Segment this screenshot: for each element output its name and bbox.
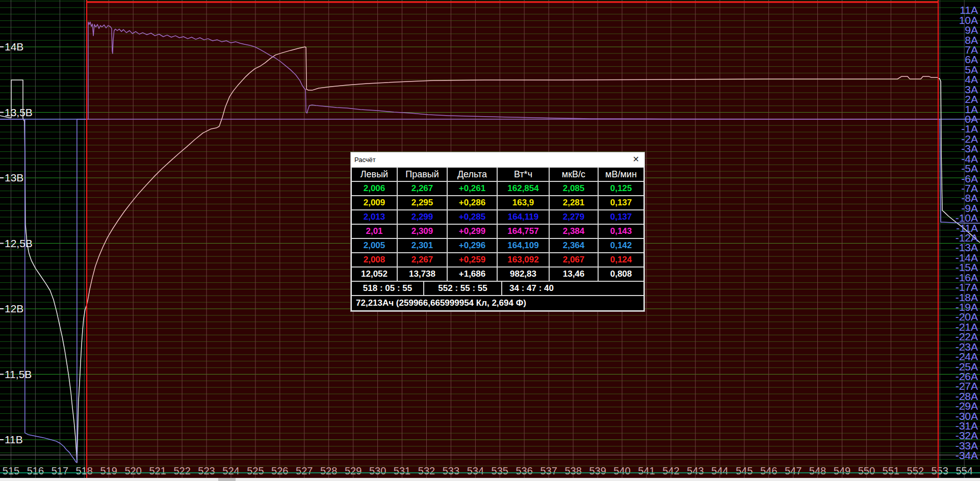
calc-dialog: Расчёт ✕ ЛевыйПравыйДельтаВт*чмкВ/смВ/ми… (350, 152, 645, 312)
table-cell: 2,085 (550, 182, 599, 195)
svg-text:517: 517 (51, 465, 68, 476)
table-cell: 34 : 47 : 40 (502, 282, 643, 295)
svg-text:12,5В: 12,5В (5, 237, 33, 249)
table-cell: 12,052 (352, 268, 398, 281)
table-cell: 0,143 (599, 225, 643, 238)
voltage-axis-labels: 14В13,5В13В12,5В12В11,5В11В (0, 41, 33, 445)
measurement-row: 2,0052,301+0,296164,1092,3640,142 (352, 239, 643, 253)
table-cell: 0,808 (599, 268, 643, 281)
table-cell: 2,009 (352, 196, 398, 209)
svg-text:516: 516 (27, 465, 44, 476)
scrollbar-thumb[interactable] (218, 478, 236, 481)
table-cell: 2,384 (550, 225, 599, 238)
table-cell: 0,124 (599, 253, 643, 266)
table-cell: мкВ/с (550, 168, 599, 181)
table-cell: 2,008 (352, 253, 398, 266)
measurement-row: 2,0092,295+0,286163,92,2810,137 (352, 196, 643, 210)
horizontal-scrollbar[interactable] (0, 478, 980, 481)
table-cell: 13,46 (550, 268, 599, 281)
table-cell: мВ/мин (599, 168, 643, 181)
table-cell: 0,142 (599, 239, 643, 252)
table-cell: +1,686 (448, 268, 498, 281)
table-cell: 13,738 (398, 268, 448, 281)
close-icon[interactable]: ✕ (633, 155, 639, 164)
table-cell: 164,119 (498, 210, 550, 224)
table-cell: Дельта (448, 168, 498, 181)
table-cell: 2,267 (398, 182, 448, 195)
table-cell: 162,854 (498, 182, 550, 195)
svg-text:11В: 11В (5, 434, 23, 445)
svg-text:-34A: -34A (956, 449, 978, 461)
table-cell: 163,9 (498, 196, 550, 209)
table-cell: 2,067 (550, 253, 599, 266)
time-row: 518 : 05 : 55552 : 55 : 5534 : 47 : 40 (352, 282, 643, 296)
table-cell: +0,285 (448, 210, 498, 224)
svg-text:11,5В: 11,5В (5, 368, 32, 380)
table-cell: Вт*ч (498, 168, 550, 181)
table-cell: 164,109 (498, 239, 550, 252)
table-cell: 2,005 (352, 239, 398, 252)
dialog-title: Расчёт (354, 156, 376, 164)
table-cell: 2,295 (398, 196, 448, 209)
svg-text:13В: 13В (5, 172, 23, 183)
table-cell: 2,267 (398, 253, 448, 266)
dialog-title-bar[interactable]: Расчёт ✕ (351, 152, 644, 167)
table-cell: +0,299 (448, 225, 498, 238)
table-cell: 982,83 (498, 268, 550, 281)
table-cell: +0,286 (448, 196, 498, 209)
table-cell: 0,137 (599, 210, 643, 224)
measurement-row: 2,0132,299+0,285164,1192,2790,137 (352, 210, 643, 225)
table-cell: 2,01 (352, 225, 398, 238)
table-cell: 2,013 (352, 210, 398, 224)
svg-text:13,5В: 13,5В (5, 106, 33, 118)
table-cell: 0,137 (599, 196, 643, 209)
summary-row: 72,213Ач (259966,665999954 Кл, 2,694 Ф) (352, 296, 643, 310)
svg-text:12В: 12В (5, 303, 23, 314)
table-cell: Левый (352, 168, 398, 181)
svg-text:554: 554 (956, 465, 973, 476)
table-cell: 552 : 55 : 55 (424, 282, 502, 295)
table-cell: +0,259 (448, 253, 498, 266)
table-cell: 163,092 (498, 253, 550, 266)
table-cell: 0,125 (599, 182, 643, 195)
app-window: 5155165175185195205215225235245255265275… (0, 0, 980, 481)
table-cell: 72,213Ач (259966,665999954 Кл, 2,694 Ф) (352, 296, 643, 310)
table-cell: +0,296 (448, 239, 498, 252)
measurement-row: 2,0062,267+0,261162,8542,0850,125 (352, 182, 643, 196)
table-header-row: ЛевыйПравыйДельтаВт*чмкВ/смВ/мин (352, 168, 643, 182)
table-cell: 2,299 (398, 210, 448, 224)
table-cell: 2,281 (550, 196, 599, 209)
measurement-row: 12,05213,738+1,686982,8313,460,808 (352, 268, 643, 282)
svg-text:14В: 14В (5, 41, 23, 52)
svg-text:515: 515 (3, 465, 19, 476)
table-cell: 2,301 (398, 239, 448, 252)
table-cell: 2,006 (352, 182, 398, 195)
table-cell: 2,279 (550, 210, 599, 224)
table-cell: 518 : 05 : 55 (352, 282, 424, 295)
measurement-row: 2,0082,267+0,259163,0922,0670,124 (352, 253, 643, 268)
calc-table: ЛевыйПравыйДельтаВт*чмкВ/смВ/мин2,0062,2… (351, 167, 644, 311)
measurement-row: 2,012,309+0,299164,7572,3840,143 (352, 225, 643, 239)
table-cell: 2,309 (398, 225, 448, 238)
table-cell: 164,757 (498, 225, 550, 238)
table-cell: 2,364 (550, 239, 599, 252)
table-cell: +0,261 (448, 182, 498, 195)
table-cell: Правый (398, 168, 448, 181)
